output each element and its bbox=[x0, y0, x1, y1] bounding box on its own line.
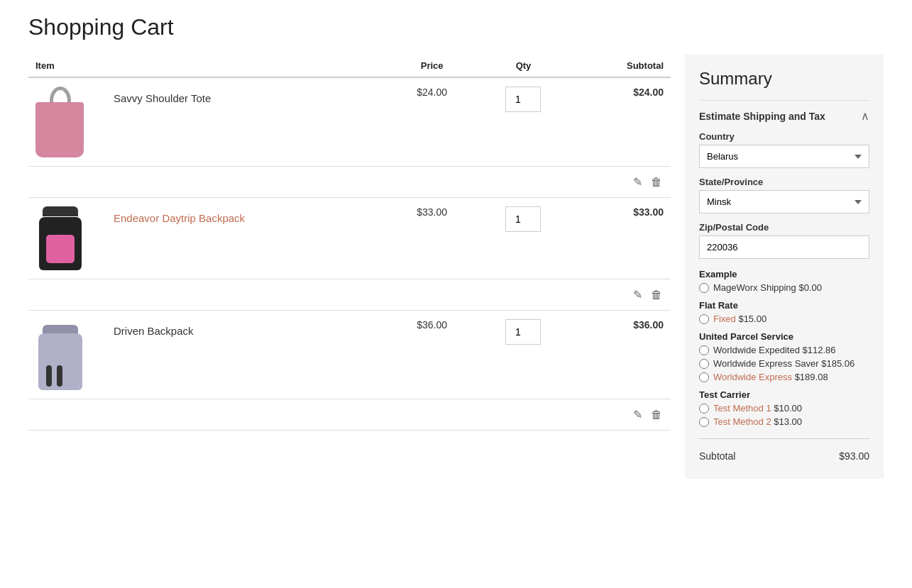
country-label: Country bbox=[699, 131, 869, 142]
item-qty-cell bbox=[476, 311, 572, 399]
test-method2-link[interactable]: Test Method 2 bbox=[713, 416, 771, 427]
summary-title: Summary bbox=[699, 69, 869, 89]
price-column-header: Price bbox=[389, 55, 476, 77]
shipping-section-header[interactable]: Estimate Shipping and Tax ∧ bbox=[699, 109, 869, 123]
shipping-group-title: Example bbox=[699, 269, 869, 279]
edit-button[interactable]: ✎ bbox=[633, 288, 642, 301]
shipping-option: MageWorx Shipping $0.00 bbox=[699, 282, 869, 293]
zip-input[interactable] bbox=[699, 235, 869, 259]
table-row: ✎ 🗑 bbox=[28, 399, 671, 431]
item-price-cell: $36.00 bbox=[389, 311, 476, 399]
table-row: Driven Backpack $36.00$36.00 bbox=[28, 311, 671, 399]
country-group: Country Belarus bbox=[699, 131, 869, 168]
item-column-header: Item bbox=[28, 55, 389, 77]
shipping-option: Worldwide Express Saver $185.06 bbox=[699, 358, 869, 369]
edit-button[interactable]: ✎ bbox=[633, 175, 642, 189]
test-method1-link[interactable]: Test Method 1 bbox=[713, 403, 771, 414]
shipping-radio[interactable] bbox=[699, 372, 709, 382]
zip-group: Zip/Postal Code bbox=[699, 222, 869, 259]
item-subtotal-cell: $33.00 bbox=[571, 198, 671, 279]
table-row: ✎ 🗑 bbox=[28, 279, 671, 311]
zip-label: Zip/Postal Code bbox=[699, 222, 869, 233]
tote-image bbox=[35, 87, 85, 157]
shipping-radio[interactable] bbox=[699, 314, 709, 324]
shipping-radio[interactable] bbox=[699, 404, 709, 414]
item-actions-cell: ✎ 🗑 bbox=[28, 279, 671, 311]
qty-input[interactable] bbox=[505, 87, 541, 112]
shipping-option-label[interactable]: MageWorx Shipping $0.00 bbox=[713, 282, 822, 293]
cart-section: Item Price Qty Subtotal Savvy Shoulder T… bbox=[28, 55, 671, 479]
item-qty-cell bbox=[476, 198, 572, 279]
shipping-option: Worldwide Expedited $112.86 bbox=[699, 345, 869, 355]
shipping-option: Worldwide Express $189.08 bbox=[699, 372, 869, 382]
item-actions-cell: ✎ 🗑 bbox=[28, 167, 671, 198]
shipping-options: ExampleMageWorx Shipping $0.00Flat RateF… bbox=[699, 269, 869, 427]
qty-column-header: Qty bbox=[476, 55, 572, 77]
item-image-cell bbox=[28, 311, 106, 399]
cart-table-header: Item Price Qty Subtotal bbox=[28, 55, 671, 77]
item-image-cell bbox=[28, 77, 106, 167]
shipping-group: Flat RateFixed $15.00 bbox=[699, 300, 869, 324]
shipping-group: Test CarrierTest Method 1 $10.00Test Met… bbox=[699, 389, 869, 427]
shipping-option: Test Method 2 $13.00 bbox=[699, 416, 869, 427]
item-action-icons: ✎ 🗑 bbox=[35, 288, 664, 301]
item-name-link[interactable]: Endeavor Daytrip Backpack bbox=[114, 212, 245, 224]
chevron-up-icon: ∧ bbox=[861, 109, 869, 123]
shipping-option: Fixed $15.00 bbox=[699, 314, 869, 324]
shipping-option-label[interactable]: Test Method 1 $10.00 bbox=[713, 403, 802, 414]
fixed-link[interactable]: Fixed bbox=[713, 314, 736, 324]
shipping-option-label[interactable]: Fixed $15.00 bbox=[713, 314, 767, 324]
backpack-image bbox=[35, 206, 85, 270]
table-row: Savvy Shoulder Tote $24.00$24.00 bbox=[28, 77, 671, 167]
item-subtotal-cell: $36.00 bbox=[571, 311, 671, 399]
item-action-icons: ✎ 🗑 bbox=[35, 175, 664, 189]
shipping-radio[interactable] bbox=[699, 359, 709, 369]
summary-panel: Summary Estimate Shipping and Tax ∧ Coun… bbox=[685, 55, 884, 479]
shipping-group-title: Test Carrier bbox=[699, 389, 869, 400]
qty-input[interactable] bbox=[505, 206, 541, 232]
item-qty-cell bbox=[476, 77, 572, 167]
ups-express-link[interactable]: Worldwide Express bbox=[713, 372, 792, 382]
item-name: Driven Backpack bbox=[114, 319, 382, 337]
item-actions-cell: ✎ 🗑 bbox=[28, 399, 671, 431]
item-name-cell: Savvy Shoulder Tote bbox=[106, 77, 389, 167]
shipping-option-label[interactable]: Test Method 2 $13.00 bbox=[713, 416, 802, 427]
shipping-group-title: Flat Rate bbox=[699, 300, 869, 311]
shipping-option-label[interactable]: Worldwide Express Saver $185.06 bbox=[713, 358, 855, 369]
item-price-cell: $24.00 bbox=[389, 77, 476, 167]
item-price-cell: $33.00 bbox=[389, 198, 476, 279]
shopping-cart-page: Shopping Cart Item Price Qty Subtotal Sa… bbox=[0, 0, 912, 493]
shipping-group: United Parcel ServiceWorldwide Expedited… bbox=[699, 331, 869, 382]
summary-totals: Subtotal $93.00 bbox=[699, 438, 869, 465]
state-select[interactable]: Minsk bbox=[699, 190, 869, 213]
shipping-group: ExampleMageWorx Shipping $0.00 bbox=[699, 269, 869, 293]
shipping-radio[interactable] bbox=[699, 283, 709, 293]
edit-button[interactable]: ✎ bbox=[633, 408, 642, 421]
delete-button[interactable]: 🗑 bbox=[651, 288, 662, 301]
qty-input[interactable] bbox=[505, 319, 541, 345]
graypack-image bbox=[35, 319, 85, 390]
delete-button[interactable]: 🗑 bbox=[651, 408, 662, 421]
page-title: Shopping Cart bbox=[28, 14, 884, 40]
table-row: Endeavor Daytrip Backpack $33.00$33.00 bbox=[28, 198, 671, 279]
item-name-cell: Driven Backpack bbox=[106, 311, 389, 399]
subtotal-row: Subtotal $93.00 bbox=[699, 448, 869, 465]
shipping-radio[interactable] bbox=[699, 417, 709, 427]
shipping-radio[interactable] bbox=[699, 345, 709, 355]
item-name: Savvy Shoulder Tote bbox=[114, 87, 382, 104]
shipping-option-label[interactable]: Worldwide Expedited $112.86 bbox=[713, 345, 836, 355]
state-group: State/Province Minsk bbox=[699, 177, 869, 213]
shipping-option-label[interactable]: Worldwide Express $189.08 bbox=[713, 372, 828, 382]
item-action-icons: ✎ 🗑 bbox=[35, 408, 664, 421]
subtotal-column-header: Subtotal bbox=[571, 55, 671, 77]
shipping-section: Estimate Shipping and Tax ∧ Country Bela… bbox=[699, 100, 869, 427]
cart-table: Item Price Qty Subtotal Savvy Shoulder T… bbox=[28, 55, 671, 431]
item-subtotal-cell: $24.00 bbox=[571, 77, 671, 167]
item-name-cell: Endeavor Daytrip Backpack bbox=[106, 198, 389, 279]
subtotal-value: $93.00 bbox=[839, 450, 869, 462]
delete-button[interactable]: 🗑 bbox=[651, 175, 662, 189]
main-layout: Item Price Qty Subtotal Savvy Shoulder T… bbox=[28, 55, 884, 479]
shipping-group-title: United Parcel Service bbox=[699, 331, 869, 342]
item-image-cell bbox=[28, 198, 106, 279]
country-select[interactable]: Belarus bbox=[699, 145, 869, 168]
